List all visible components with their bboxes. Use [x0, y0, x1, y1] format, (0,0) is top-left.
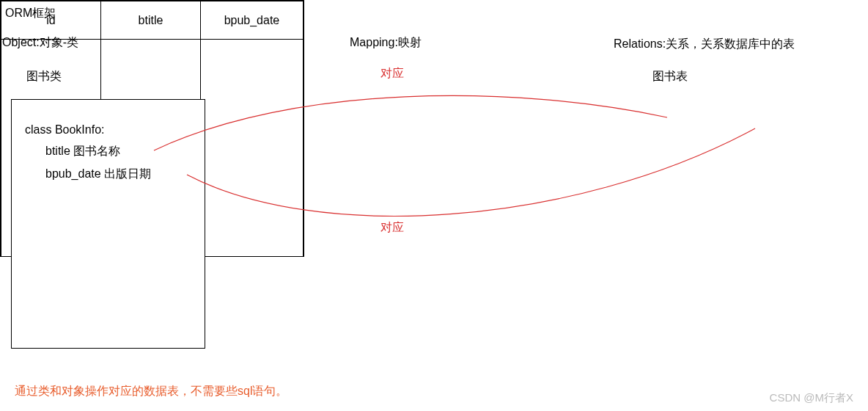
- class-field-bpubdate: bpub_date 出版日期: [25, 167, 191, 182]
- relations-label: Relations:关系，关系数据库中的表: [614, 37, 795, 52]
- class-box: class BookInfo: btitle 图书名称 bpub_date 出版…: [11, 99, 205, 349]
- table-panel-title: 图书表: [652, 69, 688, 84]
- orm-title: ORM框架: [5, 6, 56, 21]
- mapping-bottom-label: 对应: [380, 220, 404, 236]
- watermark: CSDN @M行者X: [770, 391, 853, 405]
- class-panel-title: 图书类: [26, 69, 62, 84]
- class-declaration: class BookInfo:: [25, 123, 191, 137]
- col-btitle: btitle: [100, 1, 200, 40]
- footer-note: 通过类和对象操作对应的数据表，不需要些sql语句。: [15, 384, 287, 399]
- mapping-top-label: 对应: [380, 66, 404, 81]
- col-bpubdate: bpub_date: [200, 1, 303, 40]
- mapping-label: Mapping:映射: [350, 35, 422, 51]
- class-field-btitle: btitle 图书名称: [25, 144, 191, 159]
- object-label: Object:对象-类: [2, 35, 78, 51]
